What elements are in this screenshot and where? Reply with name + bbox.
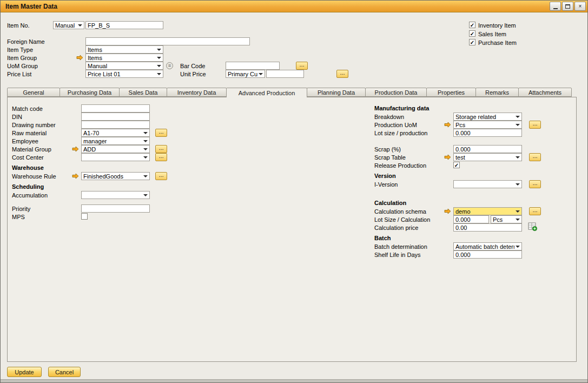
mps-checkbox[interactable] <box>81 213 88 220</box>
warehouse-rule-select[interactable]: FinishedGoods <box>81 172 150 180</box>
unit-price-input[interactable] <box>266 70 304 78</box>
tab-purchasing-data[interactable]: Purchasing Data <box>60 88 120 97</box>
lot-size-calculation-uom-select[interactable]: Pcs <box>491 215 522 223</box>
tab-properties[interactable]: Properties <box>426 88 476 97</box>
price-table-icon[interactable] <box>528 222 538 232</box>
link-arrow-icon[interactable] <box>444 122 451 128</box>
uom-group-select[interactable]: Manual <box>85 62 163 70</box>
chevron-down-icon <box>516 183 520 186</box>
production-uom-select[interactable]: Pcs <box>453 121 522 129</box>
lot-size-production-input[interactable] <box>453 129 522 137</box>
chevron-down-icon <box>143 194 148 196</box>
chevron-down-icon <box>143 140 148 142</box>
breakdown-select[interactable]: Storage related <box>453 113 522 121</box>
link-arrow-icon[interactable] <box>444 154 451 160</box>
unit-price-browse-button[interactable]: ... <box>336 70 348 78</box>
chevron-down-icon <box>157 49 161 51</box>
din-input[interactable] <box>81 113 150 121</box>
tab-advanced-production[interactable]: Advanced Production <box>226 88 307 97</box>
i-version-select[interactable] <box>453 180 522 188</box>
tab-attachments[interactable]: Attachments <box>518 88 572 97</box>
scrap-table-select[interactable]: test <box>453 153 522 161</box>
link-arrow-icon[interactable] <box>444 208 451 214</box>
lot-size-calculation-input[interactable] <box>453 215 489 223</box>
match-code-input[interactable] <box>81 104 150 113</box>
inventory-item-checkbox[interactable] <box>469 22 475 28</box>
cost-center-browse-button[interactable]: ... <box>155 153 167 161</box>
raw-material-select[interactable]: A1-70 <box>81 129 150 137</box>
purchase-item-label: Purchase Item <box>478 39 517 47</box>
warehouse-section-header: Warehouse <box>12 164 44 171</box>
unit-price-currency-select[interactable]: Primary Curr <box>226 70 265 78</box>
item-no-mode-select[interactable]: Manual <box>53 21 84 29</box>
unit-price-label: Unit Price <box>180 71 206 78</box>
accumulation-select[interactable] <box>81 191 150 199</box>
scrap-pct-input[interactable] <box>453 145 522 153</box>
purchase-item-checkbox[interactable] <box>469 39 475 45</box>
shelf-life-input[interactable] <box>453 250 522 259</box>
mps-label: MPS <box>12 214 25 221</box>
tab-planning-data[interactable]: Planning Data <box>307 88 366 97</box>
calculation-schema-label: Calculation schema <box>374 208 426 215</box>
bar-code-input[interactable] <box>226 62 280 70</box>
lot-size-calculation-label: Lot Size / Calculation <box>374 216 430 223</box>
priority-input[interactable] <box>81 204 150 213</box>
chevron-down-icon <box>516 210 520 213</box>
drawing-number-input[interactable] <box>81 121 150 129</box>
link-arrow-icon[interactable] <box>76 55 83 61</box>
chevron-down-icon <box>157 65 161 67</box>
price-list-select[interactable]: Price List 01 <box>85 70 163 78</box>
item-group-select[interactable]: Items <box>85 54 163 62</box>
calculation-price-input[interactable] <box>453 223 522 232</box>
inventory-item-label: Inventory Item <box>478 22 516 29</box>
match-code-label: Match code <box>12 105 43 113</box>
raw-material-browse-button[interactable]: ... <box>155 129 167 137</box>
foreign-name-input[interactable] <box>85 37 250 45</box>
release-production-checkbox[interactable] <box>453 162 460 168</box>
scrap-pct-label: Scrap (%) <box>374 146 401 153</box>
item-no-input[interactable] <box>85 21 163 29</box>
production-uom-label: Production UoM <box>374 122 417 129</box>
batch-determination-select[interactable]: Automatic batch determination <box>453 242 522 250</box>
cost-center-select[interactable] <box>81 153 150 161</box>
calculation-schema-browse-button[interactable]: ... <box>529 207 541 215</box>
maximize-button[interactable] <box>562 2 573 11</box>
calculation-schema-select[interactable]: demo <box>453 207 522 215</box>
material-group-browse-button[interactable]: ... <box>155 145 167 153</box>
link-arrow-icon[interactable] <box>72 173 79 179</box>
release-production-label: Release Production <box>374 162 426 169</box>
warehouse-rule-browse-button[interactable]: ... <box>155 172 167 180</box>
close-button[interactable]: × <box>574 2 586 11</box>
tab-general[interactable]: General <box>7 88 60 97</box>
din-label: DIN <box>12 114 22 121</box>
i-version-label: I-Version <box>374 181 398 188</box>
chevron-down-icon <box>143 156 148 159</box>
tab-sales-data[interactable]: Sales Data <box>119 88 167 97</box>
cancel-button[interactable]: Cancel <box>48 367 81 377</box>
tab-production-data[interactable]: Production Data <box>365 88 427 97</box>
chevron-down-icon <box>516 116 520 118</box>
item-type-select[interactable]: Items <box>85 45 163 54</box>
lot-size-production-label: Lot size / production <box>374 130 427 137</box>
tab-inventory-data[interactable]: Inventory Data <box>167 88 227 97</box>
bar-code-browse-button[interactable]: ... <box>296 62 308 70</box>
titlebar: Item Master Data × <box>1 1 587 12</box>
chevron-down-icon <box>143 175 148 177</box>
maximize-icon <box>565 4 570 9</box>
link-arrow-icon[interactable] <box>72 146 79 152</box>
tab-remarks[interactable]: Remarks <box>475 88 519 97</box>
employee-select[interactable]: manager <box>81 137 150 145</box>
update-button[interactable]: Update <box>7 367 42 377</box>
sales-item-checkbox[interactable] <box>469 30 475 37</box>
uom-values-icon[interactable]: ≡ <box>166 62 173 69</box>
chevron-down-icon <box>157 57 161 59</box>
scrap-table-browse-button[interactable]: ... <box>529 153 541 161</box>
chevron-down-icon <box>259 73 263 75</box>
minimize-button[interactable] <box>550 2 561 11</box>
item-type-label: Item Type <box>7 47 33 54</box>
version-section-header: Version <box>374 173 396 180</box>
production-uom-browse-button[interactable]: ... <box>529 121 541 129</box>
minimize-icon <box>553 8 558 9</box>
i-version-browse-button[interactable]: ... <box>529 180 541 188</box>
material-group-select[interactable]: ADD <box>81 145 150 153</box>
